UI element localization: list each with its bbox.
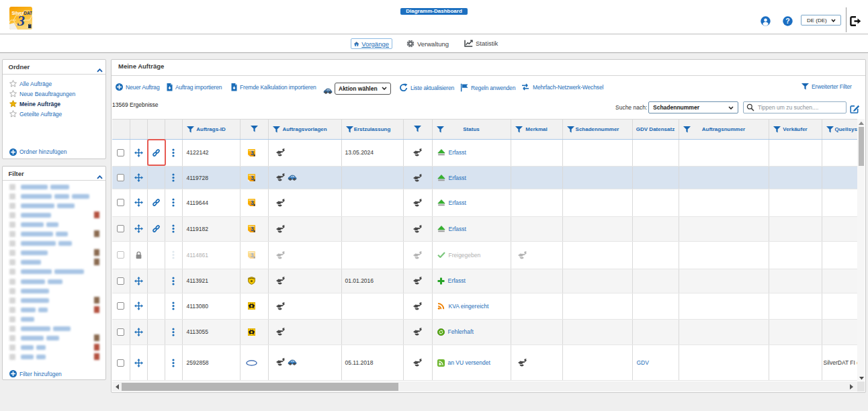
svg-text:3: 3 <box>251 199 254 206</box>
svg-text:?: ? <box>785 17 789 25</box>
svg-text:3: 3 <box>251 150 254 156</box>
svg-text:3: 3 <box>17 12 25 29</box>
svg-text:3: 3 <box>251 175 254 181</box>
svg-text:3: 3 <box>251 252 254 259</box>
svg-text:3: 3 <box>251 226 254 232</box>
